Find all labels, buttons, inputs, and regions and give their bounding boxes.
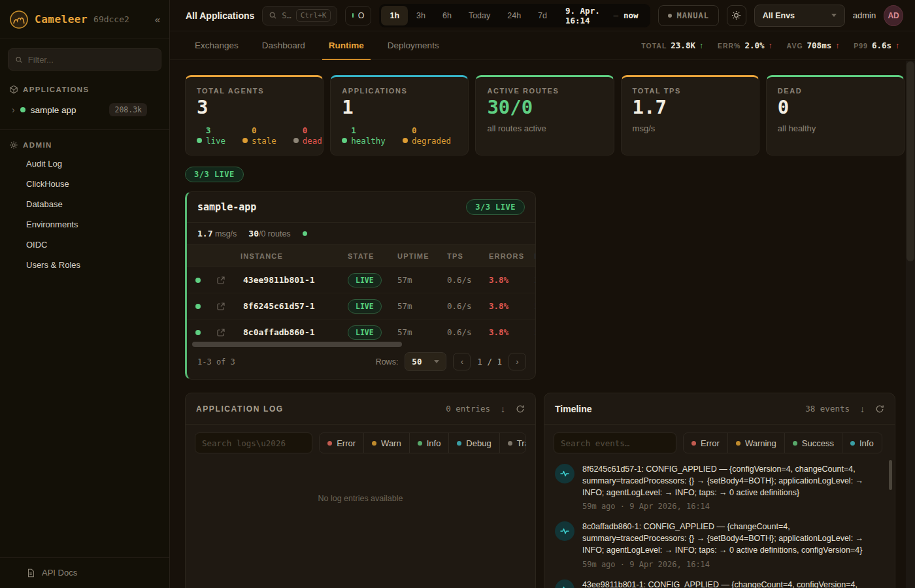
column-uptime[interactable]: UPTIME: [387, 252, 437, 260]
filter-success[interactable]: Success: [785, 433, 842, 453]
card-total-agents: TOTAL AGENTS 3 3 live: [185, 75, 324, 155]
filter-trace[interactable]: Trace: [500, 433, 526, 453]
horizontal-scrollbar-thumb[interactable]: [192, 342, 402, 347]
filter-warn[interactable]: Warn: [364, 433, 410, 453]
api-docs-link[interactable]: API Docs: [0, 557, 169, 588]
app-tps-unit: msg/s: [215, 229, 237, 238]
substat-value: 1: [351, 125, 386, 136]
sidebar-item-environments[interactable]: Environments: [0, 214, 169, 235]
time-range-display[interactable]: 9. Apr. 16:14 – now: [556, 6, 648, 25]
filter-label: Trace: [517, 438, 526, 448]
global-search[interactable]: S… Ctrl+K: [262, 6, 337, 25]
rows-per-page-select[interactable]: 50: [405, 352, 446, 371]
manual-refresh-button[interactable]: MANUAL: [658, 5, 719, 26]
sidebar-collapse-button[interactable]: «: [155, 14, 160, 25]
sidebar-item-sample-app[interactable]: › sample app 208.3k: [0, 98, 169, 122]
refresh-icon[interactable]: [875, 404, 884, 414]
tab-runtime[interactable]: Runtime: [320, 31, 373, 59]
sidebar: Cameleer 69dcce2 « APPLICATIONS › sample…: [0, 0, 170, 588]
app-panel-header[interactable]: sample-app 3/3 LIVE: [187, 192, 535, 223]
timeline-filters: Error Warning Success: [544, 425, 895, 461]
filter-warning[interactable]: Warning: [728, 433, 785, 453]
metric-value: 23.8K: [671, 41, 695, 50]
sidebar-item-oidc[interactable]: OIDC: [0, 235, 169, 255]
timeline-events-list: 8f6245c61d57-1: CONFIG_APPLIED — {config…: [544, 461, 895, 588]
topbar: All Applications S… Ctrl+K O 1h 3h 6h To…: [170, 0, 915, 31]
instance-id: 8f6245c61d57-1: [233, 301, 337, 311]
status-badge: LIVE: [348, 299, 382, 314]
time-range-6h[interactable]: 6h: [434, 6, 460, 25]
column-tps[interactable]: TPS: [437, 252, 478, 260]
tab-dashboard[interactable]: Dashboard: [253, 31, 314, 59]
sidebar-item-users-roles[interactable]: Users & Roles: [0, 255, 169, 275]
tab-exchanges[interactable]: Exchanges: [186, 31, 248, 59]
timeline-event[interactable]: 8c0affadb860-1: CONFIG_APPLIED — {change…: [555, 521, 883, 568]
download-icon[interactable]: ↓: [501, 404, 505, 414]
table-row[interactable]: 8c0affadb860-1 LIVE 57m 0.6/s 3.8% 5: [187, 319, 535, 340]
filter-debug[interactable]: Debug: [449, 433, 499, 453]
status-dot: [342, 138, 347, 143]
prev-page-button[interactable]: ‹: [453, 353, 471, 370]
column-errors[interactable]: ERRORS: [478, 252, 524, 260]
column-instance[interactable]: INSTANCE: [233, 252, 337, 260]
page-indicator: 1 / 1: [477, 357, 502, 367]
timeline-event[interactable]: 43ee9811b801-1: CONFIG_APPLIED — {change…: [555, 580, 883, 588]
timeline-search-input[interactable]: [554, 433, 676, 453]
log-empty-message: No log entries available: [186, 494, 535, 503]
env-select[interactable]: All Envs: [754, 5, 845, 27]
metric-label: AVG: [787, 42, 803, 50]
download-icon[interactable]: ↓: [860, 404, 865, 414]
sidebar-item-database[interactable]: Database: [0, 194, 169, 214]
time-range-24h[interactable]: 24h: [499, 6, 529, 25]
username-label: admin: [853, 10, 876, 20]
external-link-icon[interactable]: [209, 328, 233, 337]
log-panel-header: APPLICATION LOG 0 entries ↓: [186, 393, 535, 425]
time-range-3h[interactable]: 3h: [408, 6, 434, 25]
timeline-event[interactable]: 8f6245c61d57-1: CONFIG_APPLIED — {config…: [555, 464, 883, 511]
filter-info[interactable]: Info: [842, 433, 882, 453]
stat-cards: TOTAL AGENTS 3 3 live: [185, 75, 905, 155]
page-scrollbar-thumb[interactable]: [907, 61, 914, 261]
online-status-pill[interactable]: O: [345, 6, 371, 25]
online-status-text: O: [358, 11, 365, 20]
sidebar-item-audit-log[interactable]: Audit Log: [0, 154, 169, 174]
tabs-bar: Exchanges Dashboard Runtime Deployments …: [170, 31, 915, 60]
tab-deployments[interactable]: Deployments: [378, 31, 448, 59]
filter-error[interactable]: Error: [320, 433, 364, 453]
refresh-icon[interactable]: [516, 404, 525, 414]
time-range-1h[interactable]: 1h: [381, 6, 408, 25]
log-search-input[interactable]: [195, 433, 312, 453]
filter-error[interactable]: Error: [684, 433, 728, 453]
card-title: TOTAL AGENTS: [197, 87, 312, 95]
theme-toggle-button[interactable]: [727, 5, 746, 26]
status-badge: LIVE: [348, 273, 382, 287]
error-dot: [327, 441, 332, 446]
log-filters: Error Warn Info: [186, 425, 535, 461]
card-value: 0: [778, 98, 893, 117]
sidebar-item-clickhouse[interactable]: ClickHouse: [0, 174, 169, 194]
column-state[interactable]: STATE: [337, 252, 387, 260]
avatar[interactable]: AD: [884, 5, 903, 26]
substat-value: 3: [206, 125, 225, 136]
sidebar-filter-input[interactable]: [8, 48, 161, 71]
tps-value: 0.6/s: [437, 327, 478, 337]
error-dot: [691, 441, 696, 446]
external-link-icon[interactable]: [209, 302, 233, 311]
filter-info[interactable]: Info: [410, 433, 450, 453]
sidebar-filter-field[interactable]: [28, 55, 154, 65]
time-range-today[interactable]: Today: [460, 6, 499, 25]
external-link-icon[interactable]: [209, 276, 233, 285]
expand-chevron-icon[interactable]: ›: [12, 105, 15, 115]
filter-label: Error: [337, 438, 356, 448]
column-heap[interactable]: H: [524, 252, 535, 260]
event-text: 43ee9811b801-1: CONFIG_APPLIED — {change…: [582, 580, 882, 588]
timeline-search-field[interactable]: [561, 438, 669, 448]
next-page-button[interactable]: ›: [508, 353, 526, 370]
timeline-scrollbar-thumb[interactable]: [889, 460, 892, 490]
table-row[interactable]: 8f6245c61d57-1 LIVE 57m 0.6/s 3.8% 5: [187, 293, 535, 319]
time-range-7d[interactable]: 7d: [529, 6, 556, 25]
table-row[interactable]: 43ee9811b801-1 LIVE 57m 0.6/s 3.8% 2: [187, 267, 535, 293]
log-search-field[interactable]: [202, 438, 305, 448]
metric-avg: AVG 708ms ↑: [787, 41, 840, 50]
page-scrollbar[interactable]: [906, 61, 915, 588]
